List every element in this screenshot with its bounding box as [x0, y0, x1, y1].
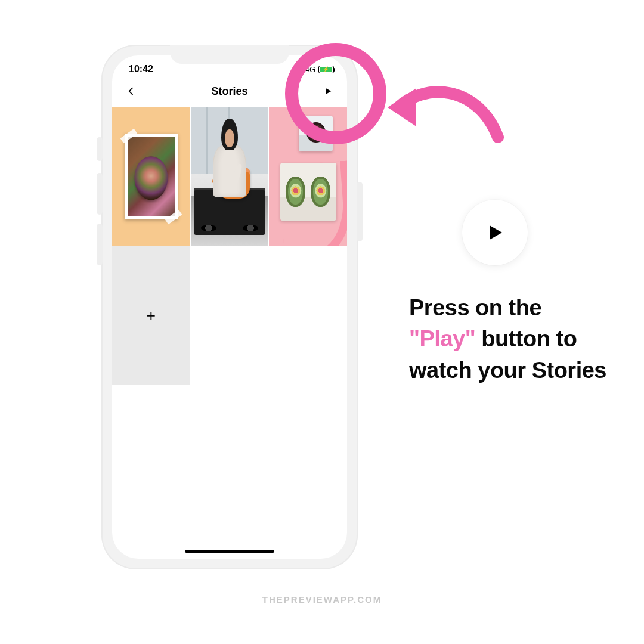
story-grid: + — [112, 107, 347, 385]
instruction-accent: "Play" — [409, 326, 475, 351]
add-story-button[interactable]: + — [112, 246, 190, 385]
phone-notch — [170, 45, 289, 64]
phone-side-button — [357, 182, 363, 242]
nav-title: Stories — [211, 85, 247, 98]
status-right: 4G — [292, 65, 334, 74]
watermark: THEPREVIEWAPP.COM — [262, 595, 382, 605]
play-icon — [484, 222, 506, 243]
story-thumbnail[interactable] — [191, 107, 269, 246]
signal-icon — [292, 65, 302, 73]
arrow-annotation — [382, 72, 513, 185]
phone-screen: 10:42 4G Stories — [112, 55, 347, 559]
play-button[interactable] — [321, 84, 335, 98]
story-thumbnail[interactable] — [112, 107, 190, 246]
phone-side-button — [97, 224, 103, 265]
play-icon — [323, 86, 333, 96]
phone-side-button — [97, 173, 103, 215]
instruction-line: Press on the — [409, 295, 541, 320]
play-badge — [462, 200, 528, 265]
network-label: 4G — [305, 65, 315, 74]
story-thumbnail[interactable] — [269, 107, 347, 246]
phone-mockup: 10:42 4G Stories — [101, 45, 358, 569]
nav-bar: Stories — [112, 78, 347, 107]
instruction-text: Press on the "Play" button to watch your… — [409, 292, 630, 386]
chevron-left-icon — [126, 86, 136, 96]
plus-icon: + — [147, 306, 156, 325]
status-time: 10:42 — [129, 64, 153, 75]
story-image — [299, 116, 333, 151]
story-image — [211, 119, 249, 199]
phone-side-button — [97, 137, 103, 161]
story-image — [125, 134, 178, 219]
home-indicator[interactable] — [185, 550, 274, 553]
battery-icon — [318, 66, 334, 73]
back-button[interactable] — [124, 84, 138, 98]
